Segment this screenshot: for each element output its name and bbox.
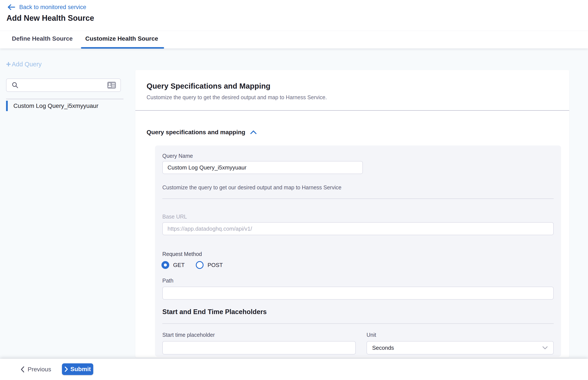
chevron-left-icon <box>20 366 25 373</box>
selected-query-indicator <box>6 101 8 111</box>
start-time-label: Start time placeholder <box>162 332 215 338</box>
path-input[interactable] <box>162 287 554 300</box>
card-divider-2 <box>162 323 554 324</box>
previous-button[interactable]: Previous <box>18 364 53 375</box>
tab-bar: Define Health Source Customize Health So… <box>0 31 588 48</box>
time-placeholders-heading: Start and End Time Placeholders <box>162 308 267 316</box>
chevron-up-icon <box>250 130 257 135</box>
path-label: Path <box>162 278 173 284</box>
tab-customize-health-source[interactable]: Customize Health Source <box>85 35 158 42</box>
back-link-label: Back to monitored service <box>19 4 86 11</box>
chevron-down-icon <box>542 346 548 350</box>
query-search-input[interactable] <box>22 82 107 89</box>
radio-get-label[interactable]: GET <box>173 262 185 268</box>
radio-post[interactable] <box>196 261 204 269</box>
active-tab-underline <box>81 47 164 49</box>
unit-select-value: Seconds <box>372 344 394 351</box>
query-list-item[interactable]: Custom Log Query_i5xmyyuaur <box>6 101 127 111</box>
chevron-right-icon <box>64 366 68 372</box>
card-divider <box>162 198 554 199</box>
search-icon <box>12 82 18 89</box>
query-search-box <box>6 78 121 92</box>
panel-title: Query Specifications and Mapping <box>147 82 271 90</box>
base-url-label: Base URL <box>162 213 187 220</box>
query-name-label: Query Name <box>162 153 193 159</box>
section-header: Query specifications and mapping <box>147 129 257 136</box>
bottom-bar: Previous Submit <box>0 359 588 380</box>
plus-icon: + <box>6 60 11 68</box>
panel-subtitle: Customize the query to get the desired o… <box>147 94 327 100</box>
submit-label: Submit <box>70 366 91 373</box>
back-arrow-icon <box>7 4 15 10</box>
previous-label: Previous <box>28 366 51 373</box>
sidebar-divider <box>6 99 123 99</box>
start-time-input[interactable] <box>162 341 356 355</box>
add-query-label: Add Query <box>12 61 42 68</box>
main-panel: Query Specifications and Mapping Customi… <box>135 70 569 358</box>
query-name-input[interactable] <box>162 161 363 174</box>
section-label: Query specifications and mapping <box>147 129 245 136</box>
unit-select[interactable]: Seconds <box>366 341 554 355</box>
page-header: Back to monitored service Add New Health… <box>0 0 588 48</box>
collapse-section-button[interactable] <box>250 130 257 135</box>
panel-divider <box>135 110 569 111</box>
query-sidebar: + Add Query Custom Log Query_i5xmyyuaur <box>0 48 135 359</box>
query-name-helper: Customize the query to get our desired o… <box>162 184 342 191</box>
radio-get[interactable] <box>161 261 169 269</box>
request-method-radio-group: GET POST <box>161 261 223 269</box>
form-card: Query Name Customize the query to get ou… <box>155 146 561 357</box>
radio-post-label[interactable]: POST <box>208 262 223 268</box>
submit-button[interactable]: Submit <box>62 363 93 375</box>
tab-define-health-source[interactable]: Define Health Source <box>12 35 73 42</box>
card-view-icon[interactable] <box>107 81 116 89</box>
back-link[interactable]: Back to monitored service <box>7 3 86 11</box>
request-method-label: Request Method <box>162 251 202 257</box>
query-item-label: Custom Log Query_i5xmyyuaur <box>13 102 98 109</box>
base-url-input[interactable] <box>162 222 554 235</box>
page-title: Add New Health Source <box>6 14 94 23</box>
unit-label: Unit <box>366 332 376 338</box>
add-query-button[interactable]: + Add Query <box>6 60 42 68</box>
